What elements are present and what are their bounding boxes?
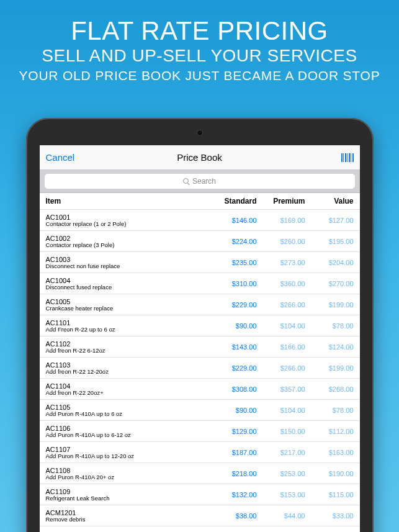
table-row[interactable]: AC1104Add freon R-22 20oz+$308.00$357.00… bbox=[40, 379, 360, 400]
item-cell: AC1103Add freon R-22 12-20oz bbox=[46, 361, 208, 375]
table-row[interactable]: AC1004Disconnect fused replace$310.00$36… bbox=[40, 273, 360, 294]
cancel-button[interactable]: Cancel bbox=[46, 152, 75, 163]
item-cell: AC1001Contactor replace (1 or 2 Pole) bbox=[46, 214, 208, 227]
col-header-premium: Premium bbox=[257, 197, 305, 205]
search-input[interactable]: Search bbox=[45, 174, 355, 189]
item-desc: Add Puron R-410A up to 6-12 oz bbox=[46, 432, 208, 438]
table-row[interactable]: AC1101Add Freon R-22 up to 6 oz$90.00$10… bbox=[40, 315, 360, 336]
price-premium: $166.00 bbox=[257, 343, 305, 351]
price-standard: $38.00 bbox=[208, 512, 257, 520]
table-row[interactable]: AC1109Refrigerant Leak Search$132.00$153… bbox=[40, 484, 360, 505]
item-desc: Add freon R-22 20oz+ bbox=[46, 390, 208, 396]
item-cell: AC1105Add Puron R-410A up to 6 oz bbox=[46, 404, 208, 417]
item-code: AC1107 bbox=[46, 446, 208, 453]
item-cell: AC1005Crankcase heater replace bbox=[46, 298, 208, 312]
price-standard: $224.00 bbox=[208, 238, 257, 245]
item-code: AC1109 bbox=[46, 488, 208, 495]
price-premium: $153.00 bbox=[257, 491, 305, 498]
price-premium: $260.00 bbox=[257, 238, 305, 245]
price-premium: $253.00 bbox=[257, 470, 305, 477]
price-value: $163.00 bbox=[305, 449, 354, 456]
table-row[interactable]: ACM1201Remove debris$38.00$44.00$33.00 bbox=[40, 505, 360, 526]
navbar: Cancel Price Book bbox=[40, 145, 360, 170]
item-desc: Add Puron R-410A 20+ oz bbox=[46, 474, 208, 480]
table-row[interactable]: AC1103Add freon R-22 12-20oz$229.00$266.… bbox=[40, 358, 360, 379]
item-code: ACM1201 bbox=[46, 509, 208, 516]
price-value: $190.00 bbox=[305, 470, 354, 477]
app-screen: Cancel Price Book Search Item Standard P… bbox=[40, 145, 360, 532]
search-placeholder: Search bbox=[192, 177, 216, 186]
price-value: $115.00 bbox=[305, 491, 354, 498]
price-standard: $187.00 bbox=[208, 449, 257, 456]
table-row[interactable]: AC1003Disconnect non fuse replace$235.00… bbox=[40, 252, 360, 273]
item-desc: Contactor replace (1 or 2 Pole) bbox=[46, 221, 208, 227]
price-value: $112.00 bbox=[305, 428, 354, 435]
table-header: Item Standard Premium Value bbox=[40, 193, 360, 210]
item-code: AC1101 bbox=[46, 319, 208, 327]
item-cell: AC1104Add freon R-22 20oz+ bbox=[46, 382, 208, 396]
price-standard: $229.00 bbox=[208, 364, 257, 372]
item-code: AC1103 bbox=[46, 361, 208, 369]
search-icon bbox=[183, 178, 190, 185]
col-header-item: Item bbox=[46, 197, 208, 205]
item-code: AC1002 bbox=[46, 235, 208, 242]
price-standard: $143.00 bbox=[208, 343, 257, 351]
price-premium: $266.00 bbox=[257, 301, 305, 309]
table-row[interactable]: AC1001Contactor replace (1 or 2 Pole)$14… bbox=[40, 210, 360, 231]
price-standard: $132.00 bbox=[208, 491, 257, 498]
price-value: $270.00 bbox=[305, 280, 354, 287]
item-cell: AC1004Disconnect fused replace bbox=[46, 277, 208, 291]
barcode-icon[interactable] bbox=[341, 153, 354, 162]
item-code: AC1102 bbox=[46, 340, 208, 348]
price-premium: $357.00 bbox=[257, 385, 305, 393]
price-value: $199.00 bbox=[305, 301, 354, 309]
item-code: AC1104 bbox=[46, 382, 208, 390]
promo-banner: FLAT RATE PRICING SELL AND UP-SELL YOUR … bbox=[0, 0, 399, 83]
item-code: AC1003 bbox=[46, 256, 208, 263]
price-premium: $44.00 bbox=[257, 512, 305, 520]
price-value: $33.00 bbox=[305, 512, 354, 520]
promo-line-2: SELL AND UP-SELL YOUR SERVICES bbox=[0, 46, 399, 66]
price-standard: $229.00 bbox=[208, 301, 257, 309]
price-standard: $310.00 bbox=[208, 280, 257, 287]
item-desc: Contactor replace (3 Pole) bbox=[46, 242, 208, 248]
table-row[interactable]: AC1105Add Puron R-410A up to 6 oz$90.00$… bbox=[40, 400, 360, 421]
item-cell: AC1101Add Freon R-22 up to 6 oz bbox=[46, 319, 208, 333]
item-desc: Add Puron R-410A up to 6 oz bbox=[46, 411, 208, 417]
item-desc: Add freon R-22 6-12oz bbox=[46, 348, 208, 354]
table-row[interactable]: AC1108Add Puron R-410A 20+ oz$218.00$253… bbox=[40, 463, 360, 484]
promo-line-3: YOUR OLD PRICE BOOK JUST BECAME A DOOR S… bbox=[0, 68, 399, 83]
table-row[interactable]: AC1107Add Puron R-410A up to 12-20 oz$18… bbox=[40, 442, 360, 463]
price-value: $268.00 bbox=[305, 385, 354, 393]
price-standard: $308.00 bbox=[208, 385, 257, 393]
item-code: AC1005 bbox=[46, 298, 208, 305]
item-cell: ACM1201Remove debris bbox=[46, 509, 208, 523]
col-header-value: Value bbox=[305, 197, 354, 205]
price-standard: $90.00 bbox=[208, 322, 257, 330]
item-desc: Add Freon R-22 up to 6 oz bbox=[46, 327, 208, 333]
price-standard: $90.00 bbox=[208, 407, 257, 414]
item-cell: AC1003Disconnect non fuse replace bbox=[46, 256, 208, 269]
tablet-frame: Cancel Price Book Search Item Standard P… bbox=[26, 118, 374, 532]
item-cell: AC1106Add Puron R-410A up to 6-12 oz bbox=[46, 425, 208, 438]
table-row[interactable]: AC1102Add freon R-22 6-12oz$143.00$166.0… bbox=[40, 336, 360, 358]
price-premium: $266.00 bbox=[257, 364, 305, 372]
price-standard: $218.00 bbox=[208, 470, 257, 477]
table-row[interactable]: AC1106Add Puron R-410A up to 6-12 oz$129… bbox=[40, 421, 360, 442]
tablet-camera bbox=[197, 130, 202, 135]
table-row[interactable]: AC1002Contactor replace (3 Pole)$224.00$… bbox=[40, 231, 360, 252]
table-row[interactable]: ACM1202$108.00$94.00 bbox=[40, 526, 360, 532]
item-desc: Refrigerant Leak Search bbox=[46, 495, 208, 502]
item-code: AC1106 bbox=[46, 425, 208, 432]
item-cell: AC1102Add freon R-22 6-12oz bbox=[46, 340, 208, 354]
item-code: AC1108 bbox=[46, 467, 208, 474]
item-code: AC1105 bbox=[46, 404, 208, 411]
table-row[interactable]: AC1005Crankcase heater replace$229.00$26… bbox=[40, 294, 360, 315]
price-standard: $129.00 bbox=[208, 428, 257, 435]
item-cell: AC1109Refrigerant Leak Search bbox=[46, 488, 208, 502]
price-premium: $169.00 bbox=[257, 217, 305, 224]
promo-line-1: FLAT RATE PRICING bbox=[0, 17, 399, 45]
price-value: $127.00 bbox=[305, 217, 354, 224]
price-value: $204.00 bbox=[305, 259, 354, 266]
price-table-body[interactable]: AC1001Contactor replace (1 or 2 Pole)$14… bbox=[40, 210, 360, 532]
